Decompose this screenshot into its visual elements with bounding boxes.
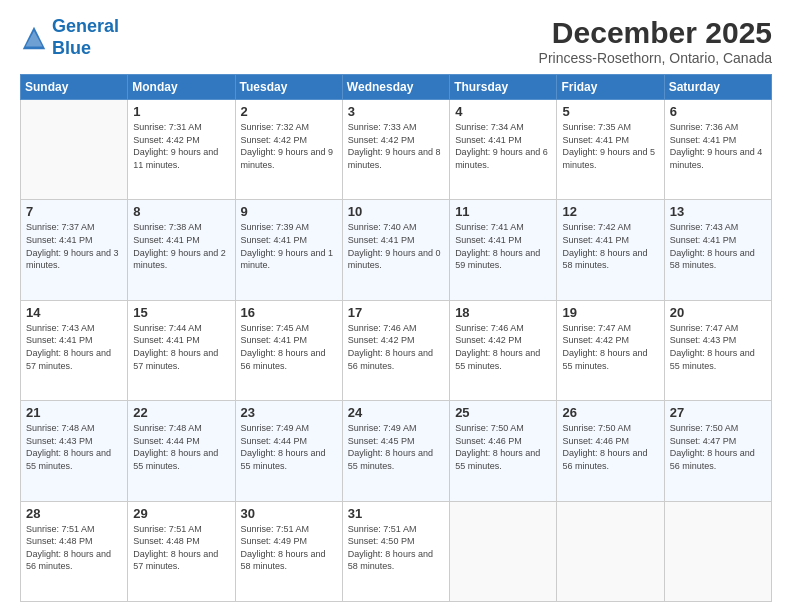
calendar-cell: 16Sunrise: 7:45 AMSunset: 4:41 PMDayligh… [235,300,342,400]
day-info: Sunrise: 7:51 AMSunset: 4:48 PMDaylight:… [133,523,229,573]
day-info: Sunrise: 7:35 AMSunset: 4:41 PMDaylight:… [562,121,658,171]
calendar-week-3: 14Sunrise: 7:43 AMSunset: 4:41 PMDayligh… [21,300,772,400]
calendar-week-2: 7Sunrise: 7:37 AMSunset: 4:41 PMDaylight… [21,200,772,300]
day-number: 9 [241,204,337,219]
logo-line2: Blue [52,38,91,58]
calendar-cell: 31Sunrise: 7:51 AMSunset: 4:50 PMDayligh… [342,501,449,601]
logo: General Blue [20,16,119,59]
day-info: Sunrise: 7:40 AMSunset: 4:41 PMDaylight:… [348,221,444,271]
weekday-header-row: SundayMondayTuesdayWednesdayThursdayFrid… [21,75,772,100]
day-number: 10 [348,204,444,219]
day-info: Sunrise: 7:44 AMSunset: 4:41 PMDaylight:… [133,322,229,372]
day-number: 16 [241,305,337,320]
day-info: Sunrise: 7:33 AMSunset: 4:42 PMDaylight:… [348,121,444,171]
day-info: Sunrise: 7:49 AMSunset: 4:45 PMDaylight:… [348,422,444,472]
calendar-cell: 10Sunrise: 7:40 AMSunset: 4:41 PMDayligh… [342,200,449,300]
day-info: Sunrise: 7:41 AMSunset: 4:41 PMDaylight:… [455,221,551,271]
day-number: 3 [348,104,444,119]
weekday-header-friday: Friday [557,75,664,100]
calendar-cell: 6Sunrise: 7:36 AMSunset: 4:41 PMDaylight… [664,100,771,200]
logo-line1: General [52,16,119,36]
day-info: Sunrise: 7:37 AMSunset: 4:41 PMDaylight:… [26,221,122,271]
day-number: 6 [670,104,766,119]
day-info: Sunrise: 7:42 AMSunset: 4:41 PMDaylight:… [562,221,658,271]
day-number: 1 [133,104,229,119]
page: General Blue December 2025 Princess-Rose… [0,0,792,612]
day-info: Sunrise: 7:51 AMSunset: 4:50 PMDaylight:… [348,523,444,573]
calendar-cell: 24Sunrise: 7:49 AMSunset: 4:45 PMDayligh… [342,401,449,501]
calendar-cell: 19Sunrise: 7:47 AMSunset: 4:42 PMDayligh… [557,300,664,400]
day-number: 8 [133,204,229,219]
day-info: Sunrise: 7:51 AMSunset: 4:49 PMDaylight:… [241,523,337,573]
day-info: Sunrise: 7:46 AMSunset: 4:42 PMDaylight:… [455,322,551,372]
day-info: Sunrise: 7:31 AMSunset: 4:42 PMDaylight:… [133,121,229,171]
day-number: 23 [241,405,337,420]
day-number: 11 [455,204,551,219]
day-number: 29 [133,506,229,521]
weekday-header-saturday: Saturday [664,75,771,100]
day-info: Sunrise: 7:50 AMSunset: 4:47 PMDaylight:… [670,422,766,472]
calendar-cell: 2Sunrise: 7:32 AMSunset: 4:42 PMDaylight… [235,100,342,200]
weekday-header-wednesday: Wednesday [342,75,449,100]
day-number: 15 [133,305,229,320]
day-number: 30 [241,506,337,521]
calendar-cell: 26Sunrise: 7:50 AMSunset: 4:46 PMDayligh… [557,401,664,501]
calendar-cell: 30Sunrise: 7:51 AMSunset: 4:49 PMDayligh… [235,501,342,601]
day-number: 22 [133,405,229,420]
weekday-header-thursday: Thursday [450,75,557,100]
calendar-cell: 12Sunrise: 7:42 AMSunset: 4:41 PMDayligh… [557,200,664,300]
calendar-cell: 8Sunrise: 7:38 AMSunset: 4:41 PMDaylight… [128,200,235,300]
day-number: 19 [562,305,658,320]
calendar-week-5: 28Sunrise: 7:51 AMSunset: 4:48 PMDayligh… [21,501,772,601]
month-title: December 2025 [539,16,772,50]
calendar-cell: 28Sunrise: 7:51 AMSunset: 4:48 PMDayligh… [21,501,128,601]
day-info: Sunrise: 7:32 AMSunset: 4:42 PMDaylight:… [241,121,337,171]
day-number: 24 [348,405,444,420]
day-info: Sunrise: 7:34 AMSunset: 4:41 PMDaylight:… [455,121,551,171]
calendar-cell: 17Sunrise: 7:46 AMSunset: 4:42 PMDayligh… [342,300,449,400]
day-info: Sunrise: 7:46 AMSunset: 4:42 PMDaylight:… [348,322,444,372]
day-number: 5 [562,104,658,119]
day-info: Sunrise: 7:48 AMSunset: 4:44 PMDaylight:… [133,422,229,472]
calendar-cell: 27Sunrise: 7:50 AMSunset: 4:47 PMDayligh… [664,401,771,501]
day-info: Sunrise: 7:47 AMSunset: 4:43 PMDaylight:… [670,322,766,372]
day-number: 31 [348,506,444,521]
day-number: 4 [455,104,551,119]
calendar-cell: 5Sunrise: 7:35 AMSunset: 4:41 PMDaylight… [557,100,664,200]
day-info: Sunrise: 7:49 AMSunset: 4:44 PMDaylight:… [241,422,337,472]
day-info: Sunrise: 7:50 AMSunset: 4:46 PMDaylight:… [562,422,658,472]
weekday-header-sunday: Sunday [21,75,128,100]
day-number: 2 [241,104,337,119]
day-info: Sunrise: 7:48 AMSunset: 4:43 PMDaylight:… [26,422,122,472]
header: General Blue December 2025 Princess-Rose… [20,16,772,66]
day-number: 14 [26,305,122,320]
day-info: Sunrise: 7:47 AMSunset: 4:42 PMDaylight:… [562,322,658,372]
calendar-week-1: 1Sunrise: 7:31 AMSunset: 4:42 PMDaylight… [21,100,772,200]
day-info: Sunrise: 7:36 AMSunset: 4:41 PMDaylight:… [670,121,766,171]
calendar-week-4: 21Sunrise: 7:48 AMSunset: 4:43 PMDayligh… [21,401,772,501]
day-number: 25 [455,405,551,420]
location-subtitle: Princess-Rosethorn, Ontario, Canada [539,50,772,66]
day-info: Sunrise: 7:39 AMSunset: 4:41 PMDaylight:… [241,221,337,271]
calendar-cell: 20Sunrise: 7:47 AMSunset: 4:43 PMDayligh… [664,300,771,400]
day-info: Sunrise: 7:43 AMSunset: 4:41 PMDaylight:… [26,322,122,372]
calendar-cell: 18Sunrise: 7:46 AMSunset: 4:42 PMDayligh… [450,300,557,400]
calendar-cell: 11Sunrise: 7:41 AMSunset: 4:41 PMDayligh… [450,200,557,300]
day-number: 28 [26,506,122,521]
calendar-cell: 21Sunrise: 7:48 AMSunset: 4:43 PMDayligh… [21,401,128,501]
calendar-cell: 3Sunrise: 7:33 AMSunset: 4:42 PMDaylight… [342,100,449,200]
calendar-cell: 7Sunrise: 7:37 AMSunset: 4:41 PMDaylight… [21,200,128,300]
day-number: 7 [26,204,122,219]
day-number: 20 [670,305,766,320]
day-info: Sunrise: 7:50 AMSunset: 4:46 PMDaylight:… [455,422,551,472]
day-number: 21 [26,405,122,420]
calendar-cell: 9Sunrise: 7:39 AMSunset: 4:41 PMDaylight… [235,200,342,300]
day-number: 12 [562,204,658,219]
weekday-header-tuesday: Tuesday [235,75,342,100]
day-info: Sunrise: 7:43 AMSunset: 4:41 PMDaylight:… [670,221,766,271]
calendar-cell: 14Sunrise: 7:43 AMSunset: 4:41 PMDayligh… [21,300,128,400]
calendar-cell [21,100,128,200]
calendar-cell [664,501,771,601]
calendar-table: SundayMondayTuesdayWednesdayThursdayFrid… [20,74,772,602]
calendar-cell: 22Sunrise: 7:48 AMSunset: 4:44 PMDayligh… [128,401,235,501]
